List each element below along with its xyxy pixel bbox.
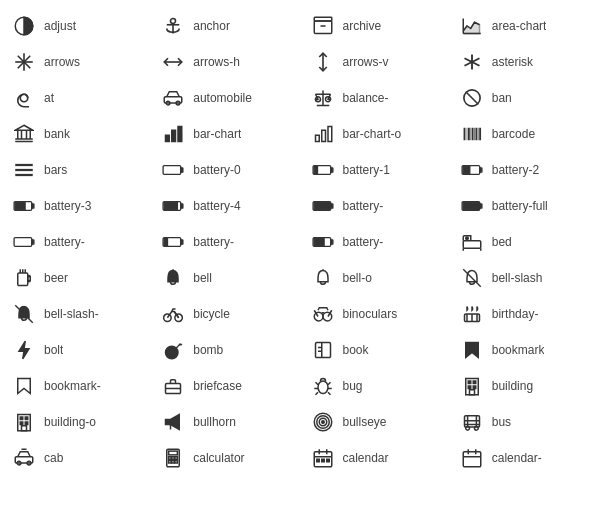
list-item: asterisk bbox=[452, 44, 601, 80]
area-chart-icon bbox=[458, 12, 486, 40]
svg-rect-72 bbox=[463, 203, 478, 210]
svg-rect-41 bbox=[328, 127, 332, 142]
briefcase-icon bbox=[159, 372, 187, 400]
arrows-h-icon bbox=[159, 48, 187, 76]
icon-label: bell-slash- bbox=[44, 307, 99, 321]
list-item: arrows bbox=[4, 44, 153, 80]
svg-marker-29 bbox=[15, 125, 33, 130]
ban-icon bbox=[458, 84, 486, 112]
icon-label: bell-o bbox=[343, 271, 372, 285]
icon-label: building bbox=[492, 379, 533, 393]
icon-label: bomb bbox=[193, 343, 223, 357]
svg-rect-5 bbox=[314, 17, 332, 21]
svg-rect-75 bbox=[32, 240, 34, 244]
list-item: briefcase bbox=[153, 368, 302, 404]
svg-rect-36 bbox=[166, 135, 170, 141]
svg-rect-77 bbox=[164, 239, 167, 246]
list-item: battery- bbox=[4, 224, 153, 260]
list-item: arrows-v bbox=[303, 44, 452, 80]
list-item: bullseye bbox=[303, 404, 452, 440]
svg-rect-148 bbox=[169, 457, 172, 460]
bullhorn-icon bbox=[159, 408, 187, 436]
list-item: calculator bbox=[153, 440, 302, 476]
list-item: birthday- bbox=[452, 296, 601, 332]
battery-full-icon bbox=[458, 192, 486, 220]
icon-label: barcode bbox=[492, 127, 535, 141]
building-o-icon bbox=[10, 408, 38, 436]
icon-label: arrows bbox=[44, 55, 80, 69]
bar-chart-o-icon bbox=[309, 120, 337, 148]
list-item: building-o bbox=[4, 404, 153, 440]
arrows-icon bbox=[10, 48, 38, 76]
icon-label: battery-2 bbox=[492, 163, 539, 177]
list-item: battery-full bbox=[452, 188, 601, 224]
icon-label: bug bbox=[343, 379, 363, 393]
list-item: arrows-h bbox=[153, 44, 302, 80]
arrows-v-icon bbox=[309, 48, 337, 76]
icon-label: battery- bbox=[343, 199, 384, 213]
svg-rect-123 bbox=[469, 390, 474, 395]
svg-rect-80 bbox=[314, 239, 324, 246]
automobile-icon bbox=[159, 84, 187, 112]
bookmark-icon bbox=[458, 336, 486, 364]
icon-label: automobile bbox=[193, 91, 252, 105]
svg-rect-127 bbox=[20, 422, 23, 425]
list-item: binoculars bbox=[303, 296, 452, 332]
svg-rect-74 bbox=[14, 238, 32, 247]
svg-rect-128 bbox=[25, 422, 28, 425]
icon-label: bookmark bbox=[492, 343, 545, 357]
icon-label: battery-1 bbox=[343, 163, 390, 177]
svg-rect-70 bbox=[330, 204, 332, 208]
list-item: barcode bbox=[452, 116, 601, 152]
svg-point-85 bbox=[466, 237, 469, 240]
svg-rect-57 bbox=[314, 167, 317, 174]
battery-7-icon bbox=[159, 228, 187, 256]
icon-label: beer bbox=[44, 271, 68, 285]
icon-label: asterisk bbox=[492, 55, 533, 69]
list-item: beer bbox=[4, 260, 153, 296]
icon-label: arrows-v bbox=[343, 55, 389, 69]
svg-rect-39 bbox=[315, 135, 319, 141]
calendar-icon bbox=[309, 444, 337, 472]
list-item: bed bbox=[452, 224, 601, 260]
battery-5-icon bbox=[309, 192, 337, 220]
battery-4-icon bbox=[159, 192, 187, 220]
icon-label: bar-chart bbox=[193, 127, 241, 141]
svg-rect-55 bbox=[181, 168, 183, 172]
icon-label: calendar bbox=[343, 451, 389, 465]
svg-rect-82 bbox=[463, 241, 481, 249]
icon-label: bullseye bbox=[343, 415, 387, 429]
svg-rect-38 bbox=[178, 127, 182, 142]
svg-rect-151 bbox=[169, 461, 172, 464]
birthday-icon bbox=[458, 300, 486, 328]
bicycle-icon bbox=[159, 300, 187, 328]
list-item: bell-o bbox=[303, 260, 452, 296]
list-item: calendar- bbox=[452, 440, 601, 476]
svg-rect-67 bbox=[181, 204, 183, 208]
list-item: bookmark- bbox=[4, 368, 153, 404]
bookmark-o-icon bbox=[10, 372, 38, 400]
icon-label: bus bbox=[492, 415, 511, 429]
list-item: bell bbox=[153, 260, 302, 296]
icon-label: cab bbox=[44, 451, 63, 465]
svg-rect-4 bbox=[314, 21, 332, 34]
svg-rect-158 bbox=[316, 459, 319, 462]
icon-label: bell bbox=[193, 271, 212, 285]
at-icon bbox=[10, 84, 38, 112]
bell-slash-icon bbox=[458, 264, 486, 292]
svg-rect-64 bbox=[32, 204, 34, 208]
svg-point-134 bbox=[321, 421, 324, 424]
list-item: bolt bbox=[4, 332, 153, 368]
svg-rect-126 bbox=[25, 417, 28, 420]
battery-0-icon bbox=[159, 156, 187, 184]
svg-marker-107 bbox=[19, 341, 29, 359]
list-item: ban bbox=[452, 80, 601, 116]
list-item: bicycle bbox=[153, 296, 302, 332]
svg-rect-125 bbox=[20, 417, 23, 420]
svg-rect-153 bbox=[175, 461, 178, 464]
icon-label: calendar- bbox=[492, 451, 542, 465]
svg-rect-161 bbox=[463, 452, 481, 467]
icon-label: battery-3 bbox=[44, 199, 91, 213]
list-item: bookmark bbox=[452, 332, 601, 368]
anchor-icon bbox=[159, 12, 187, 40]
